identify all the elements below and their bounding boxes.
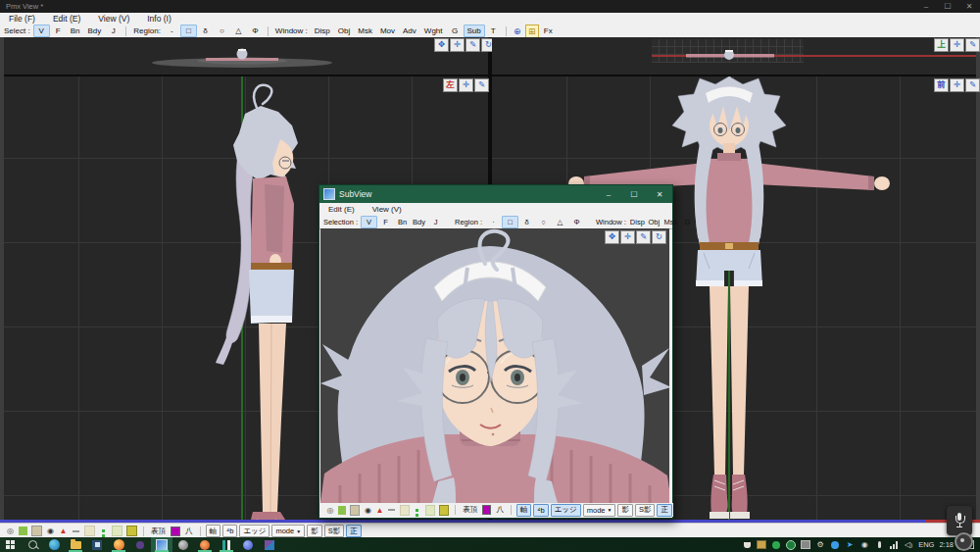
display-green-dots-icon[interactable] (414, 506, 421, 515)
axis-toggle-button[interactable]: 軸 (206, 525, 221, 537)
pan-icon[interactable]: ✥ (434, 38, 449, 52)
tray-network-icon[interactable] (889, 540, 899, 550)
pen-icon[interactable]: ✎ (636, 230, 651, 244)
move-icon[interactable]: ✛ (450, 38, 465, 52)
sv-window-obj-button[interactable]: Obj (646, 216, 662, 228)
taskbar-firefox[interactable] (108, 537, 129, 552)
pen-icon[interactable]: ✎ (965, 78, 980, 92)
window-msk-button[interactable]: Msk (354, 25, 376, 37)
region-triangle-button[interactable]: △ (230, 25, 247, 37)
shadow-toggle-button[interactable]: 影 (617, 504, 633, 517)
select-face-button[interactable]: F (50, 25, 67, 37)
tray-target-icon[interactable]: ◉ (859, 540, 869, 550)
self-shadow-toggle-button[interactable]: S影 (635, 504, 656, 517)
weight-toggle-button[interactable]: ⁴b (533, 504, 548, 517)
display-pale-toggle-icon[interactable] (84, 526, 95, 536)
window-mov-button[interactable]: Mov (376, 25, 399, 37)
move-icon[interactable]: ✛ (459, 78, 473, 92)
quad-view-icon[interactable]: ⊞ (525, 25, 539, 38)
subview-window[interactable]: SubView – ☐ ✕ Edit (E) View (V) Selectio… (318, 184, 673, 519)
front-view-label[interactable]: 前 (934, 78, 949, 92)
display-triangle-icon[interactable]: ▲ (59, 527, 68, 535)
start-button[interactable] (0, 537, 22, 552)
display-olive-toggle-icon[interactable] (126, 526, 137, 536)
select-vertex-button[interactable]: V (33, 25, 50, 37)
sv-select-body-button[interactable]: Bdy (411, 216, 427, 228)
mode-dropdown[interactable]: mode ▼ (583, 504, 616, 517)
taskbar-app-tile[interactable] (259, 537, 280, 552)
menu-file[interactable]: File (F) (0, 14, 44, 24)
ortho-toggle-button[interactable]: 正 (346, 525, 362, 537)
sv-window-msk-button[interactable]: Msk (662, 216, 679, 228)
top-view-label[interactable]: 上 (934, 38, 949, 52)
sv-region-rect-button[interactable]: □ (502, 216, 518, 228)
display-tan-toggle-icon[interactable] (350, 505, 360, 516)
sv-region-phi-button[interactable]: Φ (568, 216, 585, 228)
floating-record-button[interactable] (955, 532, 973, 551)
vertex-color-swatch[interactable] (482, 505, 491, 515)
tray-green-dot-icon[interactable] (771, 540, 781, 550)
display-tan-toggle-icon[interactable] (31, 526, 42, 536)
move-icon[interactable]: ✛ (950, 78, 964, 92)
subview-menu-view[interactable]: View (V) (364, 205, 411, 214)
pan-icon[interactable]: ✥ (605, 230, 619, 244)
tray-volume-icon[interactable]: ◁) (904, 540, 913, 550)
taskbar-pmx-editor[interactable] (151, 537, 172, 552)
taskbar-app-orange[interactable] (194, 537, 216, 552)
display-dot-ring-icon[interactable]: ◎ (6, 527, 15, 535)
minimize-button[interactable]: – (915, 0, 937, 13)
sv-select-vertex-button[interactable]: V (361, 216, 377, 228)
display-minus-icon[interactable] (72, 527, 80, 535)
taskbar-file-explorer[interactable] (65, 537, 86, 552)
tray-cup-icon[interactable] (742, 540, 752, 550)
subview-titlebar[interactable]: SubView – ☐ ✕ (319, 185, 672, 203)
taskbar-app-blue[interactable] (237, 537, 259, 552)
subview-close-button[interactable]: ✕ (647, 185, 672, 203)
window-wght-button[interactable]: Wght (420, 25, 447, 37)
pen-icon[interactable]: ✎ (474, 78, 489, 92)
display-pale-toggle-icon[interactable] (400, 505, 410, 516)
taskbar-app-sphere[interactable] (172, 537, 194, 552)
tray-window-icon[interactable] (801, 540, 810, 550)
window-sub-button[interactable]: Sub (464, 25, 485, 37)
clock[interactable]: 2:18 (939, 540, 954, 549)
sv-region-circle-button[interactable]: ○ (535, 216, 552, 228)
fx-button[interactable]: Fx (540, 25, 557, 37)
display-green-dots-icon[interactable] (99, 527, 108, 535)
display-pale2-toggle-icon[interactable] (425, 505, 435, 516)
window-disp-button[interactable]: Disp (311, 25, 334, 37)
tray-send-icon[interactable]: ➤ (845, 540, 855, 550)
taskbar-search-button[interactable] (22, 537, 43, 552)
display-minus-icon[interactable] (388, 506, 396, 515)
sv-select-face-button[interactable]: F (377, 216, 394, 228)
subview-menu-edit[interactable]: Edit (E) (319, 205, 364, 214)
taskbar-app-audio[interactable] (216, 537, 237, 552)
select-bone-button[interactable]: Bn (67, 25, 84, 37)
menu-view[interactable]: View (V) (89, 14, 138, 24)
tray-green-ring-icon[interactable] (786, 540, 796, 550)
subview-viewport[interactable]: ✥ ✛ ✎ ↻ (320, 228, 669, 503)
display-pale2-toggle-icon[interactable] (112, 526, 122, 536)
window-g-button[interactable]: G (447, 25, 464, 37)
display-triangle-icon[interactable]: ▲ (376, 506, 384, 515)
move-icon[interactable]: ✛ (620, 230, 635, 244)
taskbar-app-purple[interactable] (129, 537, 151, 552)
tray-image-icon[interactable] (757, 540, 766, 550)
close-button[interactable]: ✕ (958, 0, 980, 13)
tray-bird-icon[interactable] (830, 540, 840, 550)
region-circle-button[interactable]: ○ (214, 25, 230, 37)
menu-info[interactable]: Info (I) (138, 14, 180, 24)
edge-toggle-button[interactable]: エッジ (551, 504, 581, 517)
axis-toggle-button[interactable]: 軸 (516, 504, 532, 517)
sv-region-triangle-button[interactable]: △ (552, 216, 568, 228)
display-green-toggle-icon[interactable] (19, 527, 27, 535)
sv-select-bone-button[interactable]: Bn (394, 216, 411, 228)
subview-minimize-button[interactable]: – (596, 185, 621, 203)
mode-dropdown[interactable]: mode ▼ (271, 525, 305, 537)
display-dot-icon[interactable]: ◉ (46, 527, 55, 535)
sv-select-joint-button[interactable]: J (427, 216, 444, 228)
compass-view-icon[interactable]: ⊕ (512, 25, 523, 37)
left-view-label[interactable]: 左 (443, 78, 458, 92)
region-dash-button[interactable]: - (164, 25, 180, 37)
window-t-button[interactable]: T (485, 25, 502, 37)
